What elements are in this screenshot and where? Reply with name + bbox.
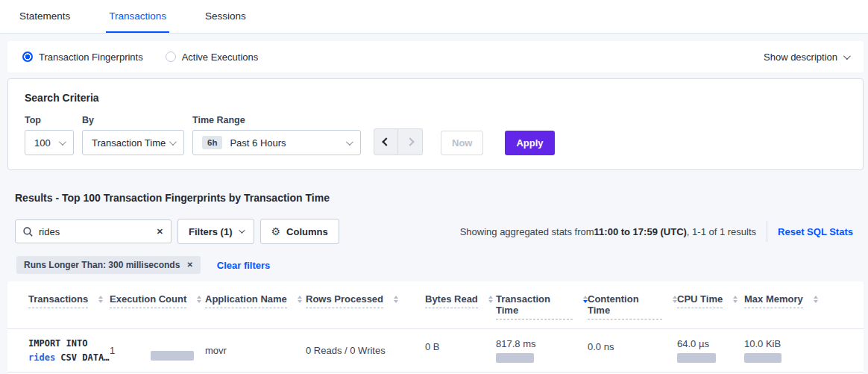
tab-transactions[interactable]: Transactions (106, 0, 169, 33)
execution-count-value: 1 (110, 345, 115, 356)
time-range-badge: 6h (202, 136, 222, 149)
chevron-left-icon (382, 137, 390, 146)
column-header-rows-processed[interactable]: Rows Processed (306, 293, 425, 320)
columns-button[interactable]: ⚙ Columns (260, 219, 339, 244)
top-field: Top 100 (25, 115, 74, 155)
by-field: By Transaction Time (82, 115, 184, 155)
time-range-select[interactable]: 6h Past 6 Hours (192, 130, 361, 155)
next-time-window-button[interactable] (398, 128, 423, 155)
transaction-time-value: 817.8 ms (496, 338, 588, 349)
search-input[interactable] (39, 226, 151, 237)
max-memory-value: 10.0 KiB (744, 338, 864, 349)
search-box[interactable]: ✕ (15, 219, 172, 243)
show-description-toggle[interactable]: Show description (764, 52, 849, 63)
sort-icon[interactable] (298, 296, 302, 303)
time-range-value: Past 6 Hours (230, 137, 286, 149)
transaction-line1: IMPORT INTO (28, 337, 110, 351)
clear-search-icon[interactable]: ✕ (157, 228, 163, 236)
max-memory-cell: 10.0 KiB (744, 338, 864, 363)
time-window-arrows (374, 128, 423, 155)
application-name-cell: movr (205, 345, 306, 356)
by-label: By (82, 115, 184, 125)
sort-icon[interactable] (197, 296, 201, 303)
sort-icon[interactable] (98, 296, 103, 303)
execution-count-bar (151, 351, 194, 361)
radio-transaction-fingerprints[interactable]: Transaction Fingerprints (22, 52, 143, 63)
chevron-down-icon (239, 227, 245, 233)
active-filters-row: Runs Longer Than: 300 milliseconds ✕ Cle… (16, 256, 868, 274)
view-toggle-strip: Transaction Fingerprints Active Executio… (7, 41, 864, 72)
radio-label: Transaction Fingerprints (39, 52, 143, 63)
rows-processed-cell: 0 Reads / 0 Writes (306, 345, 425, 356)
column-header-application-name[interactable]: Application Name (205, 293, 306, 320)
max-memory-bar (744, 353, 781, 363)
results-heading: Results - Top 100 Transaction Fingerprin… (15, 192, 868, 204)
sort-icon[interactable] (733, 296, 738, 303)
divider (767, 221, 767, 242)
chevron-down-icon (346, 138, 353, 146)
chevron-down-icon (169, 138, 177, 146)
column-header-max-memory[interactable]: Max Memory (744, 293, 864, 320)
top-value: 100 (34, 137, 51, 149)
time-range-label: Time Range (192, 115, 361, 125)
cpu-time-value: 64.0 µs (677, 338, 744, 349)
sort-icon[interactable] (814, 296, 818, 303)
transaction-time-cell: 817.8 ms (496, 338, 588, 363)
columns-button-label: Columns (286, 226, 328, 237)
remove-filter-icon[interactable]: ✕ (186, 261, 192, 269)
bytes-read-cell: 0 B (425, 341, 496, 352)
radio-label: Active Executions (182, 52, 259, 63)
contention-time-cell: 0.0 ns (588, 341, 677, 352)
stats-prefix: Showing aggregated stats from (460, 226, 594, 237)
tab-statements[interactable]: Statements (16, 0, 73, 33)
chevron-down-icon (843, 52, 851, 60)
clear-filters-link[interactable]: Clear filters (217, 260, 271, 271)
column-header-transactions[interactable]: Transactions (28, 293, 110, 320)
results-table: Transactions Execution Count Application… (7, 281, 864, 374)
table-header-row: Transactions Execution Count Application… (7, 281, 864, 329)
column-header-execution-count[interactable]: Execution Count (110, 293, 205, 320)
column-header-bytes-read[interactable]: Bytes Read (425, 293, 496, 320)
search-criteria-card: Search Criteria Top 100 By Transaction T… (7, 78, 864, 170)
column-header-cpu-time[interactable]: CPU Time (677, 293, 744, 320)
now-button[interactable]: Now (441, 131, 483, 155)
transaction-link[interactable]: rides (28, 352, 55, 363)
filter-chip-label: Runs Longer Than: 300 milliseconds (24, 260, 180, 270)
apply-button[interactable]: Apply (505, 131, 554, 155)
top-select[interactable]: 100 (25, 130, 74, 155)
search-icon (23, 227, 33, 237)
aggregated-stats-text: Showing aggregated stats from 11:00 to 1… (460, 221, 853, 242)
transaction-line2: rides CSV DATA… (28, 351, 110, 365)
table-row[interactable]: IMPORT INTO rides CSV DATA… 1 movr 0 Rea… (7, 329, 864, 373)
chevron-down-icon (59, 138, 66, 146)
transaction-time-bar (496, 353, 534, 363)
transaction-rest: CSV DATA… (55, 352, 109, 363)
search-criteria-title: Search Criteria (25, 92, 848, 104)
filters-button-label: Filters (1) (189, 226, 233, 237)
sort-icon[interactable] (488, 296, 493, 303)
radio-selected-icon (22, 52, 33, 62)
cpu-time-cell: 64.0 µs (677, 338, 744, 363)
stats-range: 11:00 to 17:59 (UTC) (594, 226, 687, 237)
gear-icon: ⚙ (271, 225, 281, 237)
by-value: Transaction Time (92, 137, 166, 149)
stats-suffix: , 1-1 of 1 results (687, 226, 756, 237)
column-header-contention-time[interactable]: Contention Time (588, 293, 677, 320)
tab-sessions[interactable]: Sessions (202, 0, 249, 33)
time-range-field: Time Range 6h Past 6 Hours (192, 115, 361, 155)
reset-sql-stats-link[interactable]: Reset SQL Stats (778, 226, 853, 237)
filter-chip[interactable]: Runs Longer Than: 300 milliseconds ✕ (16, 256, 201, 274)
filters-button[interactable]: Filters (1) (177, 219, 254, 244)
sort-icon[interactable] (394, 296, 398, 303)
radio-unselected-icon (166, 52, 176, 62)
transaction-fingerprint-cell[interactable]: IMPORT INTO rides CSV DATA… (28, 337, 110, 364)
by-select[interactable]: Transaction Time (82, 130, 184, 155)
execution-count-cell: 1 (110, 345, 205, 356)
previous-time-window-button[interactable] (374, 128, 398, 155)
column-header-transaction-time[interactable]: Transaction Time (496, 293, 588, 320)
show-description-label: Show description (764, 52, 837, 63)
radio-active-executions[interactable]: Active Executions (166, 52, 259, 63)
chevron-right-icon (406, 137, 414, 146)
top-label: Top (25, 115, 74, 125)
cpu-time-bar (677, 353, 716, 363)
